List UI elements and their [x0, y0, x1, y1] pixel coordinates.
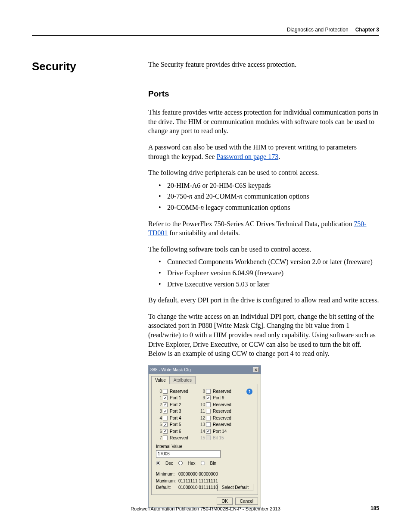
bit-label: Bit 15	[213, 435, 239, 441]
radio-dec[interactable]	[156, 461, 160, 465]
bit-label: Port 14	[213, 429, 239, 435]
close-icon[interactable]: ×	[253, 367, 259, 372]
bit-checkbox-2[interactable]	[163, 402, 168, 407]
bit-checkbox-5[interactable]	[163, 422, 168, 427]
bit-label: Reserved	[213, 402, 239, 408]
internal-value-field[interactable]: 17006	[156, 450, 221, 458]
bit-num: 3	[156, 408, 162, 414]
bit-checkbox-13[interactable]	[206, 422, 211, 427]
cancel-button[interactable]: Cancel	[235, 498, 258, 505]
bit-checkbox-6[interactable]	[163, 429, 168, 434]
list-item: 20-750-n and 20-COMM-n communication opt…	[159, 192, 379, 201]
write-mask-dialog: 888 - Write Mask Cfg × Value Attributes …	[148, 365, 261, 508]
bit-label: Port 1	[170, 395, 196, 401]
bit-label: Port 3	[170, 408, 196, 414]
ports-p5: The following software tools can be used…	[148, 245, 379, 254]
def-label: Default:	[156, 485, 178, 491]
bit-num: 9	[196, 395, 205, 401]
bit-checkbox-14[interactable]	[206, 429, 211, 434]
bit-num: 10	[196, 402, 205, 408]
bit-checkbox-8[interactable]	[206, 389, 211, 394]
list-item: Connected Components Workbench (CCW) ver…	[159, 257, 379, 267]
bit-checkbox-11[interactable]	[206, 409, 211, 414]
ports-p2b: .	[278, 153, 280, 160]
ports-p4: Refer to the PowerFlex 750-Series AC Dri…	[148, 219, 379, 238]
bit-label: Reserved	[170, 435, 196, 441]
bit-checkbox-10[interactable]	[206, 402, 211, 407]
chapter-title: Diagnostics and Protection	[287, 27, 349, 33]
def-value: 01000010 01111110	[178, 485, 253, 491]
radio-bin[interactable]	[201, 461, 205, 465]
section-title: Security	[32, 60, 148, 73]
ports-p6: By default, every DPI port in the drive …	[148, 296, 379, 305]
bit-label: Port 6	[170, 429, 196, 435]
peripherals-list: 20-HIM-A6 or 20-HIM-C6S keypads 20-750-n…	[148, 181, 379, 212]
bit-grid: 0 Reserved 8 Reserved 1 Port 1 9	[156, 389, 253, 441]
bit-label: Reserved	[170, 389, 196, 395]
footer-publication: Rockwell Automation Publication 750-RM00…	[0, 506, 411, 511]
radio-bin-label: Bin	[210, 460, 216, 467]
chapter-label: Chapter 3	[355, 27, 379, 33]
password-link[interactable]: Password on page 173	[217, 153, 279, 160]
min-label: Minimum:	[156, 471, 178, 477]
min-value: 00000000 00000000	[178, 471, 253, 477]
ports-p3: The following drive peripherals can be u…	[148, 168, 379, 177]
ports-p4a: Refer to the PowerFlex 750-Series AC Dri…	[148, 220, 354, 227]
list-item: Drive Executive version 5.03 or later	[159, 280, 379, 289]
radio-hex[interactable]	[178, 461, 183, 465]
bit-checkbox-0[interactable]	[163, 389, 168, 394]
bit-checkbox-7[interactable]	[163, 436, 168, 440]
ports-p7: To change the write access on an individ…	[148, 312, 379, 358]
help-icon[interactable]: ?	[246, 389, 252, 395]
tools-list: Connected Components Workbench (CCW) ver…	[148, 257, 379, 289]
ports-p4b: for suitability and details.	[168, 229, 240, 236]
bit-num: 13	[196, 422, 205, 428]
max-value: 01111111 11111111	[178, 478, 253, 484]
bit-num: 0	[156, 389, 162, 395]
bit-num: 14	[196, 429, 205, 435]
bit-num: 2	[156, 402, 162, 408]
bit-label: Port 5	[170, 422, 196, 428]
bit-label: Port 2	[170, 402, 196, 408]
list-item: Drive Explorer version 6.04.99 (freeware…	[159, 268, 379, 278]
list-item: 20-HIM-A6 or 20-HIM-C6S keypads	[159, 181, 379, 190]
bit-label: Reserved	[213, 422, 239, 428]
bit-num: 5	[156, 422, 162, 428]
bit-checkbox-1[interactable]	[163, 395, 168, 400]
bit-num: 6	[156, 429, 162, 435]
bit-checkbox-4[interactable]	[163, 416, 168, 420]
bit-label: Reserved	[213, 389, 239, 395]
bit-checkbox-15	[206, 436, 211, 440]
tab-panel: ? 0 Reserved 8 Reserved 1 Po	[151, 384, 258, 495]
radio-dec-label: Dec	[165, 460, 173, 467]
page-header: Diagnostics and Protection Chapter 3	[32, 27, 379, 35]
bit-checkbox-12[interactable]	[206, 416, 211, 420]
radix-radios: Dec Hex Bin	[156, 460, 253, 467]
bit-label: Reserved	[213, 408, 239, 414]
tab-value[interactable]: Value	[151, 376, 170, 384]
bit-num: 8	[196, 389, 205, 395]
list-item: 20-COMM-n legacy communication options	[159, 203, 379, 212]
radio-hex-label: Hex	[188, 460, 196, 467]
bit-num: 7	[156, 435, 162, 441]
ports-heading: Ports	[148, 88, 379, 100]
page-number: 185	[371, 505, 379, 511]
intro-paragraph: The Security feature provides drive acce…	[148, 60, 379, 69]
bit-num: 11	[196, 408, 205, 414]
ports-p2: A password can also be used with the HIM…	[148, 143, 379, 161]
ok-button[interactable]: OK	[217, 498, 232, 505]
bit-num: 12	[196, 415, 205, 421]
dialog-titlebar: 888 - Write Mask Cfg ×	[149, 366, 261, 374]
bit-num: 1	[156, 395, 162, 401]
dialog-title: 888 - Write Mask Cfg	[150, 367, 191, 373]
tab-strip: Value Attributes	[151, 376, 258, 384]
bit-label: Port 9	[213, 395, 239, 401]
tab-attributes[interactable]: Attributes	[170, 376, 196, 384]
bit-checkbox-3[interactable]	[163, 409, 168, 414]
ports-p1: This feature provides write access prote…	[148, 108, 379, 136]
max-label: Maximum:	[156, 478, 178, 484]
bit-label: Port 4	[170, 415, 196, 421]
bit-num: 15	[196, 435, 205, 441]
internal-value-label: Internal Value	[156, 444, 253, 450]
bit-checkbox-9[interactable]	[206, 395, 211, 400]
